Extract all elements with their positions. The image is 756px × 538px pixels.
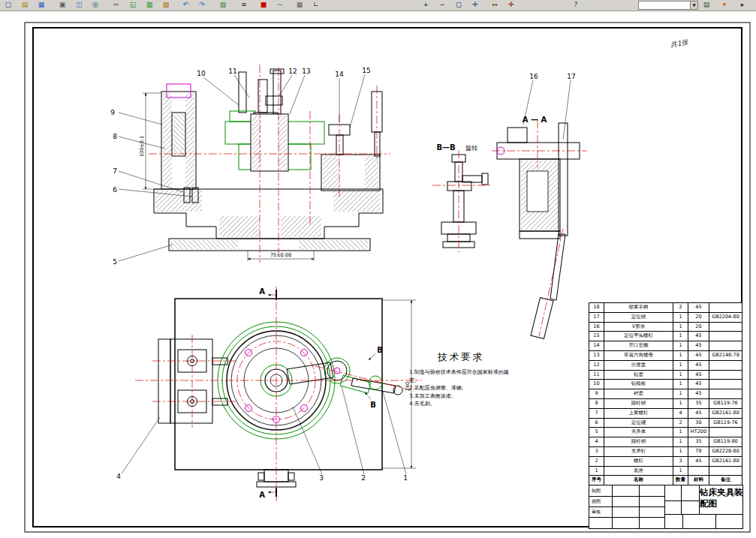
table-row: 10钻模板145: [589, 380, 742, 389]
table-cell: 1: [673, 350, 688, 360]
table-row: 2螺钉345GB2161-80: [589, 456, 742, 466]
callout-label: 6: [113, 186, 117, 194]
table-cell: 4: [589, 437, 604, 447]
callout-label: 8: [113, 133, 117, 140]
table-row: 9衬套145: [589, 389, 742, 399]
table-cell: 14: [589, 341, 604, 351]
open-icon[interactable]: ▤: [20, 0, 30, 10]
table-cell: 衬套: [604, 389, 673, 399]
table-cell: 45: [688, 341, 709, 351]
help-icon[interactable]: ?: [571, 0, 581, 10]
print-preview-icon[interactable]: ◫: [74, 0, 84, 10]
table-row: 11钻套145: [589, 370, 742, 380]
view-plan: B B A A 240 4 3 2 1: [116, 287, 422, 501]
table-cell: 分度盘: [604, 360, 673, 370]
toolbar-combobox[interactable]: ▼: [638, 1, 698, 10]
table-cell: 1: [673, 370, 688, 380]
find-icon[interactable]: ◎: [90, 0, 101, 10]
table-cell: [709, 332, 742, 341]
new-icon[interactable]: □: [3, 0, 14, 10]
chevron-down-icon[interactable]: ▼: [690, 2, 697, 9]
grid-icon[interactable]: ▦: [294, 0, 305, 10]
insert-block-icon[interactable]: ▧: [218, 0, 228, 10]
view-front-section: 5 6 7 8 9 10 11 12 13 14 15 75±0.08 100±…: [110, 65, 390, 266]
zoom-window-icon[interactable]: ◻: [453, 0, 464, 10]
table-cell: 1: [673, 380, 688, 389]
cut-icon[interactable]: ✂: [111, 0, 122, 10]
table-row: 6定位键230GB119-76: [589, 418, 742, 428]
table-cell: 1: [673, 332, 688, 341]
table-cell: 1: [673, 312, 688, 322]
more-icon[interactable]: ▸: [737, 0, 748, 10]
zoom-out-icon[interactable]: −: [437, 0, 447, 10]
table-cell: 数量: [673, 476, 688, 485]
zoom-in-icon[interactable]: +: [420, 0, 431, 10]
table-cell: 30: [688, 418, 709, 428]
callout-label: 11: [228, 68, 236, 75]
table-cell: 钻模板: [604, 380, 673, 389]
table-cell: 钻套: [604, 370, 673, 380]
table-cell: 1: [589, 466, 604, 476]
table-row: 1底座1: [589, 466, 742, 476]
table-cell: GB2161-80: [709, 456, 742, 466]
table-cell: 16: [589, 322, 604, 332]
table-row: 18锁紧手柄245: [589, 303, 742, 313]
copy-icon[interactable]: ◱: [128, 0, 138, 10]
table-cell: 11: [589, 370, 604, 380]
table-cell: 10: [589, 380, 604, 389]
paste-icon[interactable]: ▥: [144, 0, 155, 10]
undo-icon[interactable]: ↶: [180, 0, 191, 10]
table-row: 14开口垫圈145: [589, 341, 742, 351]
view-section-aa: A — A 16 17: [492, 73, 587, 338]
print-icon[interactable]: ▣: [57, 0, 68, 10]
table-cell: [709, 341, 742, 351]
table-cell: 45: [688, 360, 709, 370]
table-cell: V形块: [604, 322, 673, 332]
table-cell: 圆柱销: [604, 437, 673, 447]
format-painter-icon[interactable]: ▨: [161, 0, 171, 10]
table-cell: 名称: [604, 476, 673, 485]
table-cell: 2: [673, 303, 688, 313]
table-cell: 45: [688, 303, 709, 313]
table-cell: 1: [673, 389, 688, 399]
table-cell: 4: [673, 408, 688, 418]
table-cell: GB2148-78: [709, 350, 742, 360]
table-cell: 45: [688, 389, 709, 399]
table-cell: [709, 466, 742, 476]
toolbar: ▼ □▤▦▣◫◎✂◱▥▨↶↷▧≡■∼▦∟+−◻✛↔✛?▤✦▸: [0, 0, 756, 11]
pan-icon[interactable]: ✛: [470, 0, 480, 10]
properties-icon[interactable]: ▤: [701, 0, 712, 10]
table-cell: 2: [589, 456, 604, 466]
table-cell: 45: [688, 332, 709, 341]
table-cell: 1: [673, 437, 688, 447]
parts-table-header-row: 序号名称数量材料备注: [589, 476, 742, 485]
table-cell: HT200: [688, 428, 709, 437]
section-letter: A: [259, 491, 265, 499]
redo-icon[interactable]: ↷: [197, 0, 207, 10]
table-cell: [709, 303, 742, 313]
measure-icon[interactable]: ↔: [489, 0, 500, 10]
table-cell: 35: [688, 398, 709, 408]
table-cell: [709, 360, 742, 370]
table-cell: 12: [589, 360, 604, 370]
tools-icon[interactable]: ✦: [719, 0, 730, 10]
table-cell: 9: [589, 389, 604, 399]
table-cell: GB119-76: [709, 398, 742, 408]
dimension-icon[interactable]: ✛: [506, 0, 517, 10]
table-cell: 3: [673, 456, 688, 466]
callout-label: 9: [110, 109, 115, 116]
section-note: 旋转: [465, 145, 477, 152]
table-cell: 底座: [604, 466, 673, 476]
table-cell: 45: [688, 408, 709, 418]
layers-icon[interactable]: ≡: [239, 0, 249, 10]
table-cell: [709, 322, 742, 332]
callout-label: 4: [116, 473, 121, 480]
table-row: 15定位平头螺钉145: [589, 332, 742, 341]
linetype-icon[interactable]: ∼: [275, 0, 285, 10]
table-cell: 7: [589, 408, 604, 418]
table-cell: [709, 428, 742, 437]
table-row: 7上紧螺钉445GB2161-80: [589, 408, 742, 418]
ortho-icon[interactable]: ∟: [311, 0, 321, 10]
save-icon[interactable]: ▦: [36, 0, 47, 10]
color-icon[interactable]: ■: [258, 0, 269, 10]
